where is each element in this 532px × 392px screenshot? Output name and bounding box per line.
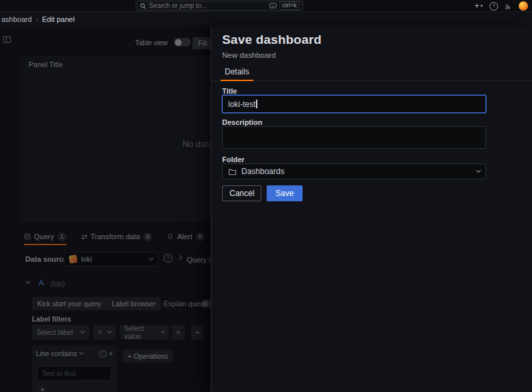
tab-details[interactable]: Details [221,63,253,81]
breadcrumb-dashboard[interactable]: ashboard [1,15,32,23]
title-input-value: loki-test [228,100,255,109]
new-menu-button[interactable]: + ▾ [474,1,483,11]
global-search[interactable]: ctrl+k [136,1,303,11]
question-icon: ? [492,3,495,9]
folder-select-value: Dashboards [241,167,285,176]
drawer-title: Save dashboard [222,33,322,47]
chevron-down-icon [476,168,481,173]
folder-icon [228,168,237,175]
folder-field-label: Folder [222,155,245,163]
grafana-app: ctrl+k + ▾ ? ashboard › Edit panel Table… [0,0,532,392]
description-field-label: Description [222,118,263,126]
cancel-button[interactable]: Cancel [222,185,261,201]
text-caret [256,100,257,108]
topbar-actions: + ▾ ? [474,0,528,12]
description-input[interactable] [222,126,486,149]
title-field-label: Title [222,87,237,95]
caret-down-icon: ▾ [480,3,483,9]
drawer-tabs: Details [211,63,532,81]
search-icon [140,3,146,9]
news-button[interactable] [505,3,512,10]
keyboard-icon [269,3,277,9]
search-input[interactable] [149,2,267,9]
help-button[interactable]: ? [489,2,498,11]
plus-icon: + [474,1,479,11]
user-avatar[interactable] [519,1,528,11]
title-input[interactable]: loki-test [222,95,486,113]
search-shortcut: ctrl+k [279,1,299,10]
folder-select[interactable]: Dashboards [222,163,486,179]
save-dashboard-drawer: Save dashboard New dashboard Details Tit… [211,27,532,392]
breadcrumb-edit-panel: Edit panel [42,15,74,23]
drawer-actions: Cancel Save [222,185,303,201]
save-button[interactable]: Save [267,185,302,201]
drawer-subtitle: New dashboard [222,51,276,59]
breadcrumb: ashboard › Edit panel [0,12,532,27]
top-nav-bar: ctrl+k + ▾ ? [0,0,532,12]
breadcrumb-separator-icon: › [36,16,38,23]
